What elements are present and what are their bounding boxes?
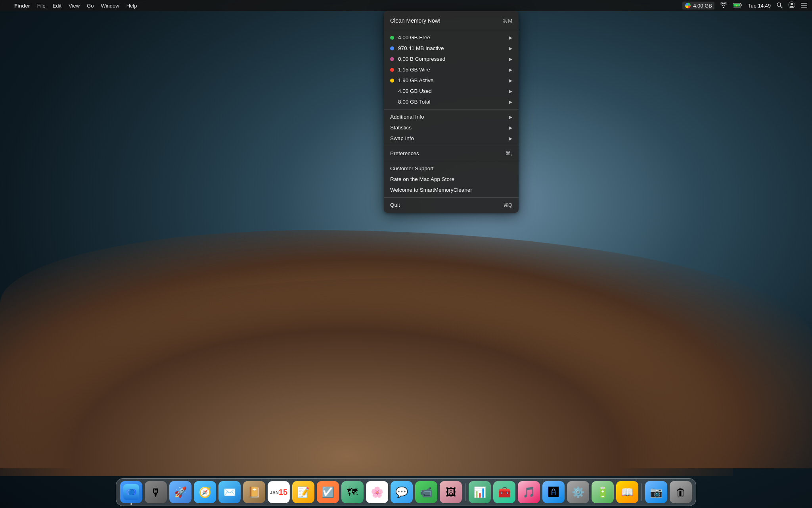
dock-item-finder[interactable]: 🔵 — [120, 481, 142, 503]
quit-item[interactable]: Quit ⌘Q — [384, 200, 519, 210]
dock-item-photos[interactable]: 🌸 — [366, 481, 388, 503]
memory-active-item[interactable]: 1.90 GB Active ▶ — [384, 75, 519, 86]
active-dot — [390, 79, 394, 83]
dock-item-photo-viewer[interactable]: 🖼 — [440, 481, 462, 503]
svg-point-8 — [791, 3, 793, 5]
dock-item-calendar[interactable]: JAN 15 — [268, 481, 290, 503]
wire-dot — [390, 68, 394, 72]
memory-total-item[interactable]: 8.00 GB Total ▶ — [384, 96, 519, 107]
submenu-section: Additional Info ▶ Statistics ▶ Swap Info… — [384, 112, 519, 144]
memory-amount-label: 4.00 GB — [693, 3, 712, 9]
compressed-label: 0.00 B Compressed — [398, 56, 506, 62]
dock-item-reminders[interactable]: ☑️ — [317, 481, 339, 503]
dock-separator-2 — [642, 483, 642, 501]
dock-separator — [465, 483, 465, 501]
wire-label: 1.15 GB Wire — [398, 67, 506, 73]
memory-used-item[interactable]: 4.00 GB Used ▶ — [384, 86, 519, 96]
quit-shortcut: ⌘Q — [503, 202, 512, 208]
clean-memory-button[interactable]: Clean Memory Now! ⌘M — [384, 13, 519, 28]
search-icon[interactable] — [776, 2, 783, 10]
welcome-item[interactable]: Welcome to SmartMemoryCleaner — [384, 185, 519, 195]
dock-item-notefile[interactable]: 📔 — [243, 481, 265, 503]
menu-view[interactable]: View — [69, 3, 80, 9]
total-arrow: ▶ — [509, 99, 512, 105]
dock-item-trash[interactable]: 🗑 — [670, 481, 692, 503]
battery-icon[interactable]: ⚡ — [733, 2, 742, 9]
dock-item-maps[interactable]: 🗺 — [341, 481, 364, 503]
menu-go[interactable]: Go — [87, 3, 94, 9]
swap-info-item[interactable]: Swap Info ▶ — [384, 133, 519, 144]
dock-item-launchpad[interactable]: 🚀 — [169, 481, 192, 503]
used-label: 4.00 GB Used — [398, 88, 506, 94]
dock-item-siri[interactable]: 🎙 — [145, 481, 167, 503]
preferences-label: Preferences — [390, 150, 506, 156]
dock-item-toolbox[interactable]: 🧰 — [493, 481, 515, 503]
menu-window[interactable]: Window — [101, 3, 119, 9]
divider-4 — [384, 161, 519, 161]
clean-memory-shortcut: ⌘M — [503, 18, 512, 24]
dock-item-music[interactable]: 🎵 — [518, 481, 540, 503]
support-section: Customer Support Rate on the Mac App Sto… — [384, 163, 519, 195]
dock-item-messages[interactable]: 💬 — [391, 481, 413, 503]
free-arrow: ▶ — [509, 35, 512, 40]
menubar-left: Finder File Edit View Go Window Help — [5, 3, 137, 9]
memory-wire-item[interactable]: 1.15 GB Wire ▶ — [384, 64, 519, 75]
memory-section: 4.00 GB Free ▶ 970.41 MB Inactive ▶ 0.00… — [384, 32, 519, 107]
memory-free-item[interactable]: 4.00 GB Free ▶ — [384, 32, 519, 43]
dock-item-lexi[interactable]: 📖 — [616, 481, 638, 503]
svg-line-6 — [780, 6, 782, 8]
memory-pie-chart — [685, 2, 691, 9]
menubar-right: 4.00 GB ⚡ Tue 14:49 — [682, 1, 807, 10]
statistics-item[interactable]: Statistics ▶ — [384, 122, 519, 133]
dock-item-system-preferences[interactable]: ⚙️ — [567, 481, 589, 503]
memory-inactive-item[interactable]: 970.41 MB Inactive ▶ — [384, 43, 519, 54]
active-arrow: ▶ — [509, 78, 512, 83]
additional-info-arrow: ▶ — [509, 114, 512, 120]
clean-memory-label: Clean Memory Now! — [390, 17, 503, 24]
quit-label: Quit — [390, 202, 503, 208]
used-arrow: ▶ — [509, 89, 512, 94]
divider-5 — [384, 197, 519, 198]
finder-dot — [130, 503, 132, 505]
customer-support-label: Customer Support — [390, 165, 512, 171]
additional-info-label: Additional Info — [390, 114, 506, 120]
list-icon[interactable] — [801, 2, 807, 9]
rate-app-item[interactable]: Rate on the Mac App Store — [384, 174, 519, 185]
dock-item-appstore[interactable]: 🅰 — [542, 481, 565, 503]
rate-app-label: Rate on the Mac App Store — [390, 176, 512, 182]
swap-info-arrow: ▶ — [509, 136, 512, 141]
dock-item-facetime[interactable]: 📹 — [415, 481, 437, 503]
memory-compressed-item[interactable]: 0.00 B Compressed ▶ — [384, 54, 519, 64]
dock-item-safari[interactable]: 🧭 — [194, 481, 216, 503]
menu-edit[interactable]: Edit — [53, 3, 61, 9]
wifi-icon[interactable] — [720, 2, 727, 9]
divider-1 — [384, 30, 519, 30]
divider-2 — [384, 109, 519, 110]
additional-info-item[interactable]: Additional Info ▶ — [384, 112, 519, 122]
dock-item-numbers[interactable]: 📊 — [469, 481, 491, 503]
free-dot — [390, 36, 394, 40]
preferences-item[interactable]: Preferences ⌘, — [384, 148, 519, 159]
dock: 🔵 🎙 🚀 🧭 ✉️ 📔 JAN 15 � — [116, 478, 696, 506]
wire-arrow: ▶ — [509, 67, 512, 73]
menu-file[interactable]: File — [37, 3, 46, 9]
menu-finder[interactable]: Finder — [14, 3, 30, 9]
menubar: Finder File Edit View Go Window Help 4.0… — [0, 0, 812, 11]
dock-item-screenshot[interactable]: 📷 — [645, 481, 667, 503]
swap-info-label: Swap Info — [390, 135, 506, 141]
divider-3 — [384, 146, 519, 146]
menu-help[interactable]: Help — [126, 3, 137, 9]
inactive-dot — [390, 46, 394, 50]
compressed-arrow: ▶ — [509, 56, 512, 62]
customer-support-item[interactable]: Customer Support — [384, 163, 519, 174]
memory-cleaner-indicator[interactable]: 4.00 GB — [682, 2, 714, 10]
app-dropdown-menu: Clean Memory Now! ⌘M 4.00 GB Free ▶ 970.… — [384, 11, 519, 213]
dock-item-notes[interactable]: 📝 — [292, 481, 314, 503]
dock-item-mail[interactable]: ✉️ — [218, 481, 241, 503]
dock-item-battery[interactable]: 🔋 — [592, 481, 614, 503]
statistics-arrow: ▶ — [509, 125, 512, 131]
statistics-label: Statistics — [390, 125, 506, 131]
inactive-label: 970.41 MB Inactive — [398, 45, 506, 51]
preferences-shortcut: ⌘, — [506, 150, 512, 156]
portrait-icon[interactable] — [788, 1, 795, 10]
